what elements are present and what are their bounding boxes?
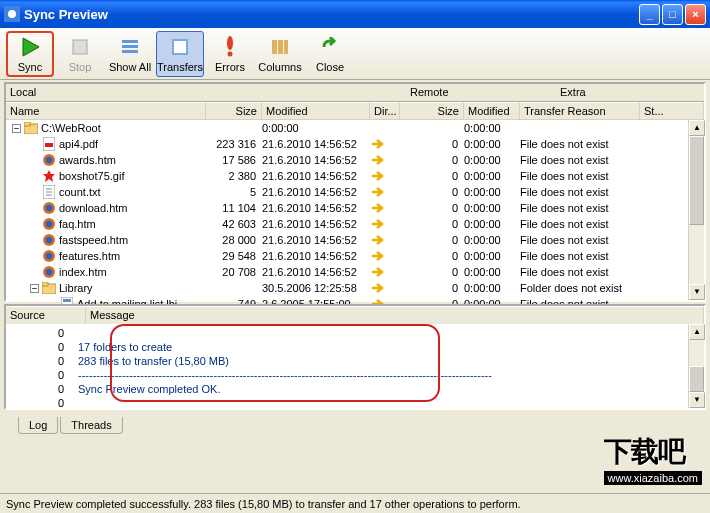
message-row[interactable]: 0	[8, 326, 702, 340]
file-size: 223 316	[206, 138, 262, 150]
svg-rect-38	[63, 299, 71, 302]
file-modified: 21.6.2010 14:56:52	[262, 202, 370, 214]
svg-rect-4	[122, 40, 138, 43]
play-icon	[18, 35, 42, 59]
message-row[interactable]: 0	[8, 396, 702, 408]
window-title: Sync Preview	[24, 7, 639, 22]
file-name: Library	[59, 282, 93, 294]
col-transfer-reason[interactable]: Transfer Reason	[520, 102, 640, 119]
tab-log[interactable]: Log	[18, 417, 58, 434]
col-message[interactable]: Message	[86, 306, 704, 324]
svg-point-26	[46, 205, 53, 212]
message-row[interactable]: 0---------------------------------------…	[8, 368, 702, 382]
minimize-button[interactable]: _	[639, 4, 660, 25]
table-row[interactable]: boxshot75.gif2 38021.6.2010 14:56:5200:0…	[6, 168, 704, 184]
col-remote-modified[interactable]: Modified	[464, 102, 520, 119]
tree-expander[interactable]: −	[12, 124, 21, 133]
remote-modified: 0:00:00	[464, 282, 520, 294]
table-row[interactable]: fastspeed.htm28 00021.6.2010 14:56:5200:…	[6, 232, 704, 248]
scroll-down-button[interactable]: ▼	[689, 284, 705, 300]
svg-point-32	[46, 253, 53, 260]
message-source: 0	[8, 341, 78, 353]
svg-rect-6	[122, 50, 138, 53]
toolbar: Sync Stop Show All Transfers Errors Colu…	[0, 28, 710, 80]
scroll-up-button[interactable]: ▲	[689, 324, 705, 340]
transfers-button[interactable]: Transfers	[156, 31, 204, 77]
col-status[interactable]: St...	[640, 102, 704, 119]
svg-point-28	[46, 221, 53, 228]
message-source: 0	[8, 383, 78, 395]
stop-button[interactable]: Stop	[56, 31, 104, 77]
svg-point-30	[46, 237, 53, 244]
message-row[interactable]: 0Sync Preview completed OK.	[8, 382, 702, 396]
tab-threads[interactable]: Threads	[60, 417, 122, 434]
close-button[interactable]: Close	[306, 31, 354, 77]
table-row[interactable]: −C:\WebRoot0:00:000:00:00	[6, 120, 704, 136]
errors-button[interactable]: Errors	[206, 31, 254, 77]
col-remote-size[interactable]: Size	[400, 102, 464, 119]
file-modified: 21.6.2010 14:56:52	[262, 218, 370, 230]
direction-icon	[370, 283, 400, 293]
col-modified[interactable]: Modified	[262, 102, 370, 119]
direction-icon	[370, 155, 400, 165]
transfers-icon	[168, 35, 192, 59]
remote-size: 0	[400, 186, 464, 198]
message-source: 0	[8, 369, 78, 381]
table-row[interactable]: features.htm29 54821.6.2010 14:56:5200:0…	[6, 248, 704, 264]
col-size[interactable]: Size	[206, 102, 262, 119]
sync-button[interactable]: Sync	[6, 31, 54, 77]
remote-modified: 0:00:00	[464, 170, 520, 182]
vertical-scrollbar[interactable]: ▲ ▼	[688, 120, 704, 300]
svg-point-9	[227, 36, 233, 50]
table-row[interactable]: index.htm20 70821.6.2010 14:56:5200:00:0…	[6, 264, 704, 280]
table-row[interactable]: −Library30.5.2006 12:25:5800:00:00Folder…	[6, 280, 704, 296]
file-name: C:\WebRoot	[41, 122, 101, 134]
scroll-thumb[interactable]	[689, 366, 704, 392]
tree-expander[interactable]: −	[30, 284, 39, 293]
titlebar: Sync Preview _ □ ×	[0, 0, 710, 28]
message-list[interactable]: 0017 folders to create0283 files to tran…	[6, 324, 704, 408]
direction-icon	[370, 267, 400, 277]
file-icon	[42, 217, 56, 231]
file-size: 5	[206, 186, 262, 198]
table-row[interactable]: faq.htm42 60321.6.2010 14:56:5200:00:00F…	[6, 216, 704, 232]
transfer-reason: File does not exist	[520, 202, 640, 214]
table-row[interactable]: awards.htm17 58621.6.2010 14:56:5200:00:…	[6, 152, 704, 168]
file-name: features.htm	[59, 250, 120, 262]
file-icon	[42, 153, 56, 167]
table-row[interactable]: download.htm11 10421.6.2010 14:56:5200:0…	[6, 200, 704, 216]
statusbar: Sync Preview completed successfully. 283…	[0, 493, 710, 513]
scroll-thumb[interactable]	[689, 136, 704, 225]
transfer-reason: File does not exist	[520, 154, 640, 166]
message-source: 0	[8, 327, 78, 339]
col-name[interactable]: Name	[6, 102, 206, 119]
show-all-button[interactable]: Show All	[106, 31, 154, 77]
remote-size: 0	[400, 154, 464, 166]
message-row[interactable]: 0283 files to transfer (15,80 MB)	[8, 354, 702, 368]
direction-icon	[370, 251, 400, 261]
remote-modified: 0:00:00	[464, 202, 520, 214]
svg-rect-13	[284, 40, 288, 54]
app-icon	[4, 6, 20, 22]
svg-marker-20	[43, 170, 55, 182]
scroll-down-button[interactable]: ▼	[689, 392, 705, 408]
col-direction[interactable]: Dir...	[370, 102, 400, 119]
file-rows[interactable]: −C:\WebRoot0:00:000:00:00api4.pdf223 316…	[6, 120, 704, 328]
svg-rect-36	[42, 282, 48, 286]
table-row[interactable]: api4.pdf223 31621.6.2010 14:56:5200:00:0…	[6, 136, 704, 152]
file-name: index.htm	[59, 266, 107, 278]
scroll-up-button[interactable]: ▲	[689, 120, 705, 136]
transfer-reason: File does not exist	[520, 170, 640, 182]
columns-button[interactable]: Columns	[256, 31, 304, 77]
message-row[interactable]: 017 folders to create	[8, 340, 702, 354]
direction-icon	[370, 235, 400, 245]
message-scrollbar[interactable]: ▲ ▼	[688, 324, 704, 408]
maximize-button[interactable]: □	[662, 4, 683, 25]
file-icon	[42, 233, 56, 247]
file-icon	[24, 121, 38, 135]
col-source[interactable]: Source	[6, 306, 86, 324]
close-window-button[interactable]: ×	[685, 4, 706, 25]
table-row[interactable]: count.txt521.6.2010 14:56:5200:00:00File…	[6, 184, 704, 200]
list-icon	[118, 35, 142, 59]
file-name: api4.pdf	[59, 138, 98, 150]
